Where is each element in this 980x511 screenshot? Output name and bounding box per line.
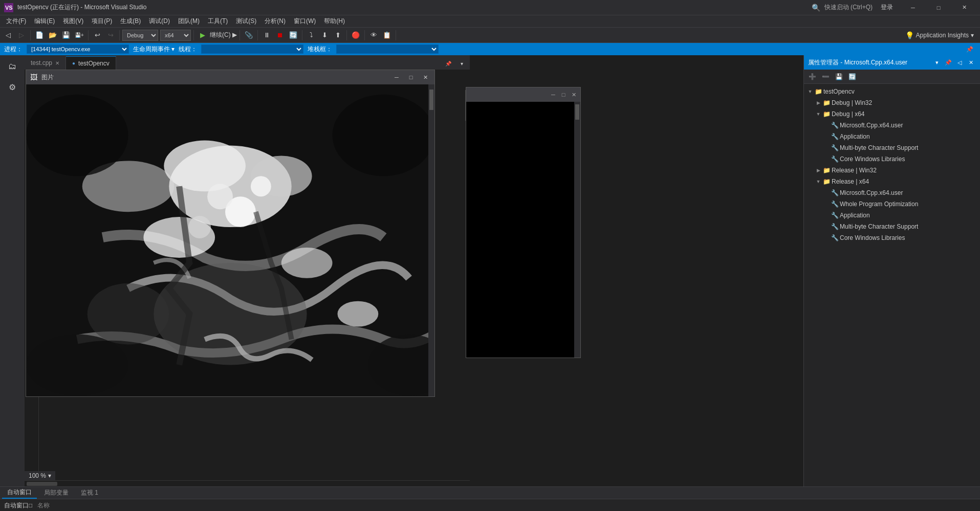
tree-root-testopencv[interactable]: ▼ 📁 testOpencv	[804, 86, 980, 97]
save-property-btn[interactable]: 💾	[833, 71, 845, 82]
opencv-vscrollbar-thumb[interactable]	[429, 90, 433, 110]
maximize-button[interactable]: □	[927, 0, 950, 15]
restart-button[interactable]: 🔄	[287, 29, 299, 41]
tab-testopencv[interactable]: ● testOpencv	[66, 56, 116, 70]
solution-explorer-btn[interactable]: 🗂	[3, 57, 21, 76]
menu-view[interactable]: 视图(V)	[59, 16, 88, 27]
menu-debug[interactable]: 调试(D)	[145, 16, 174, 27]
minimize-button[interactable]: ─	[901, 0, 925, 15]
remove-property-btn[interactable]: ➖	[819, 71, 832, 82]
secondary-close-btn[interactable]: ✕	[569, 90, 578, 99]
menu-tools[interactable]: 工具(T)	[204, 16, 232, 27]
redo-button[interactable]: ↪	[104, 29, 117, 41]
tree-core-win-libs-1[interactable]: 🔧 Core Windows Libraries	[804, 153, 980, 165]
properties-dropdown-btn[interactable]: ▾	[932, 57, 942, 68]
tree-core-win-libs-2[interactable]: 🔧 Core Windows Libraries	[804, 232, 980, 243]
title-bar: VS testOpencv (正在运行) - Microsoft Visual …	[0, 0, 980, 15]
tree-application-2[interactable]: 🔧 Application	[804, 210, 980, 221]
menu-help[interactable]: 帮助(H)	[320, 16, 349, 27]
tree-release-x64[interactable]: ▼ 📁 Release | x64	[804, 176, 980, 187]
tab-locals[interactable]: 局部变量	[39, 487, 74, 499]
menu-build[interactable]: 生成(B)	[116, 16, 145, 27]
tree-multibyte-1[interactable]: 🔧 Multi-byte Character Support	[804, 142, 980, 153]
add-property-btn[interactable]: ➕	[806, 71, 818, 82]
step-over-button[interactable]: ⤵	[305, 29, 317, 41]
step-into-button[interactable]: ⬇	[318, 29, 331, 41]
code-hscrollbar[interactable]	[25, 480, 470, 486]
tab-watch1[interactable]: 监视 1	[76, 487, 103, 499]
properties-auto-hide-btn[interactable]: ◁	[954, 57, 965, 68]
activity-bar: 🗂 ⚙	[0, 55, 25, 486]
svg-point-19	[188, 216, 211, 238]
open-button[interactable]: 📂	[47, 29, 59, 41]
sep6	[257, 30, 258, 40]
watch-button[interactable]: 👁	[367, 29, 380, 41]
tree-debug-x64[interactable]: ▼ 📁 Debug | x64	[804, 108, 980, 120]
secondary-window: ─ □ ✕	[466, 87, 581, 358]
menu-test[interactable]: 测试(S)	[232, 16, 260, 27]
properties-btn[interactable]: ⚙	[3, 78, 21, 96]
breakpoint-button[interactable]: 🔴	[350, 29, 362, 41]
close-button[interactable]: ✕	[952, 0, 976, 15]
tab-list-btn[interactable]: ▾	[455, 57, 468, 70]
forward-button[interactable]: ▷	[15, 29, 28, 41]
secondary-vscrollbar-thumb[interactable]	[575, 104, 579, 120]
window-controls: ─ □ ✕	[901, 0, 976, 15]
app-insights-dropdown[interactable]: ▾	[971, 32, 974, 39]
opencv-minimize-btn[interactable]: ─	[391, 72, 402, 82]
pin-process-button[interactable]: 📌	[964, 43, 976, 55]
menu-window[interactable]: 窗口(W)	[290, 16, 320, 27]
lifecycle-btn[interactable]: 生命周期事件 ▾	[133, 45, 175, 54]
code-hscrollbar-thumb[interactable]	[27, 482, 57, 486]
tree-release-win32[interactable]: ▶ 📁 Release | Win32	[804, 165, 980, 176]
step-out-button[interactable]: ⬆	[332, 29, 344, 41]
undo-button[interactable]: ↩	[91, 29, 103, 41]
pin-tab-btn[interactable]: 📌	[442, 57, 454, 70]
back-button[interactable]: ◁	[2, 29, 14, 41]
secondary-vscrollbar[interactable]	[574, 102, 580, 358]
stop-button[interactable]: ⏹	[274, 29, 286, 41]
sep2	[88, 30, 89, 40]
tree-debug-win32[interactable]: ▶ 📁 Debug | Win32	[804, 97, 980, 108]
thread-select[interactable]	[201, 45, 303, 54]
tree-ms-cpp-x64-user-1[interactable]: 🔧 Microsoft.Cpp.x64.user	[804, 120, 980, 131]
tree-multibyte-2[interactable]: 🔧 Multi-byte Character Support	[804, 221, 980, 232]
new-project-button[interactable]: 📄	[33, 29, 46, 41]
platform-select[interactable]: x64 x86	[160, 30, 191, 41]
opencv-vscrollbar[interactable]	[428, 84, 434, 396]
menu-team[interactable]: 团队(M)	[174, 16, 204, 27]
tree-ms-cpp-x64-user-2[interactable]: 🔧 Microsoft.Cpp.x64.user	[804, 187, 980, 198]
tree-whole-prog-opt[interactable]: 🔧 Whole Program Optimization	[804, 198, 980, 210]
menu-edit[interactable]: 编辑(E)	[30, 16, 59, 27]
zoom-dropdown[interactable]: ▾	[48, 472, 51, 479]
properties-pin-btn[interactable]: 📌	[943, 57, 953, 68]
continue-label[interactable]: 继续(C) ▶	[210, 31, 237, 39]
login-label[interactable]: 登录	[881, 3, 893, 12]
menu-project[interactable]: 项目(P)	[88, 16, 116, 27]
app-insights-button[interactable]: 💡 Application Insights ▾	[901, 31, 978, 39]
secondary-minimize-btn[interactable]: ─	[549, 90, 558, 99]
pause-button[interactable]: ⏸	[260, 29, 273, 41]
tab-auto-window[interactable]: 自动窗口	[2, 487, 37, 499]
attach-button[interactable]: 📎	[243, 29, 255, 41]
tab-test-cpp-close[interactable]: ✕	[55, 60, 59, 66]
properties-panel-title-bar: 属性管理器 - Microsoft.Cpp.x64.user ▾ 📌 ◁ ✕	[804, 55, 980, 70]
save-all-button[interactable]: 💾+	[73, 29, 85, 41]
secondary-maximize-btn[interactable]: □	[559, 90, 568, 99]
tab-test-cpp[interactable]: test.cpp ✕	[25, 56, 66, 70]
tree-application-1[interactable]: 🔧 Application	[804, 131, 980, 142]
start-debug-button[interactable]: ▶	[197, 29, 209, 41]
process-select[interactable]: [14344] testOpencv.exe	[27, 45, 129, 54]
stack-select[interactable]	[336, 45, 439, 54]
call-stack-button[interactable]: 📋	[381, 29, 393, 41]
sep4	[193, 30, 194, 40]
save-button[interactable]: 💾	[60, 29, 72, 41]
refresh-property-btn[interactable]: 🔄	[846, 71, 858, 82]
debug-config-select[interactable]: Debug Release	[122, 30, 158, 41]
opencv-maximize-btn[interactable]: □	[406, 72, 416, 82]
quick-launch-label[interactable]: 快速启动 (Ctrl+Q)	[824, 3, 873, 12]
menu-file[interactable]: 文件(F)	[2, 16, 30, 27]
menu-analyze[interactable]: 分析(N)	[260, 16, 290, 27]
opencv-close-btn[interactable]: ✕	[420, 72, 430, 82]
properties-close-btn[interactable]: ✕	[966, 57, 976, 68]
